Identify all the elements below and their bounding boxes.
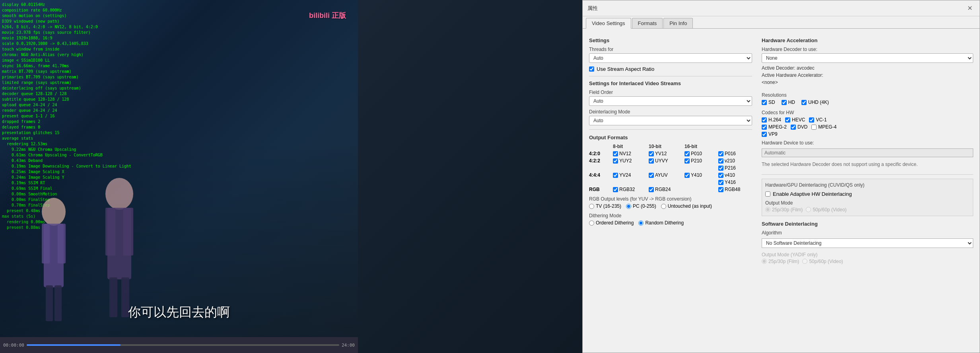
random-dithering-radio: Random Dithering <box>638 220 684 226</box>
deinterlacing-mode-select[interactable]: Auto <box>589 116 752 125</box>
format-uyvy: UYVY <box>649 158 684 164</box>
uhd-checkbox-row: UHD (4K) <box>801 99 829 105</box>
hw-device-label: Hardware Device to use: <box>762 140 973 146</box>
stream-aspect-checkbox[interactable] <box>589 66 594 72</box>
format-y410: Y410 <box>684 172 718 178</box>
format-rgb48: RGB48 <box>718 187 752 192</box>
h264-checkbox[interactable] <box>762 117 767 123</box>
tab-bar: Video Settings Formats Pin Info <box>583 16 980 29</box>
svg-rect-10 <box>46 285 53 321</box>
rgb-tv-radio: TV (16-235) <box>589 203 621 209</box>
y410-checkbox[interactable] <box>684 173 690 178</box>
format-y416: Y416 <box>718 179 752 185</box>
vc1-checkbox[interactable] <box>809 117 814 123</box>
p010-checkbox[interactable] <box>684 151 690 156</box>
dialog-close-button[interactable]: ✕ <box>965 4 975 13</box>
mpeg4-checkbox[interactable] <box>811 125 817 130</box>
subtitle-text: 你可以先回去的啊 <box>128 304 230 321</box>
hevc-codec: HEVC <box>785 117 805 123</box>
p016-checkbox[interactable] <box>718 151 723 156</box>
field-order-select[interactable]: Auto <box>589 96 752 106</box>
uhd-checkbox[interactable] <box>801 100 807 105</box>
tab-pin-info[interactable]: Pin Info <box>663 18 693 28</box>
col-16bit-header: 16-bit <box>684 144 752 149</box>
yv24-checkbox[interactable] <box>613 173 618 178</box>
svg-rect-4 <box>109 277 117 317</box>
sd-checkbox-row: SD <box>762 99 775 105</box>
format-444-label: 4:4:4 <box>589 172 613 178</box>
format-420-label: 4:2:0 <box>589 151 613 156</box>
resolutions-label: Resolutions <box>762 92 829 98</box>
hd-checkbox[interactable] <box>782 100 787 105</box>
uyvy-checkbox[interactable] <box>649 158 654 164</box>
tab-video-settings[interactable]: Video Settings <box>586 18 631 29</box>
dialog-content: Settings Threads for Auto Use Stream Asp… <box>583 29 980 353</box>
format-v410: v410 <box>718 172 752 178</box>
hevc-checkbox[interactable] <box>785 117 790 123</box>
enable-adaptive-checkbox[interactable] <box>765 191 770 197</box>
properties-dialog: 属性 ✕ Video Settings Formats Pin Info Set… <box>582 0 980 353</box>
sw-deint-header: Software Deinterlacing <box>762 221 973 227</box>
hw-25-30-radio: 25p/30p (Film) <box>765 207 803 213</box>
col-10bit-header: 10-bit <box>649 144 684 149</box>
sw-25-30-radio: 25p/30p (Film) <box>762 259 799 264</box>
enable-adaptive-hw-row: Enable Adaptive HW Deinterlacing <box>765 191 970 197</box>
interlaced-section-header: Settings for Interlaced Video Streams <box>589 80 752 86</box>
hw-deint-title: Hardware/GPU Deinterlacing (CUVID/QS onl… <box>765 182 970 188</box>
hd-checkbox-row: HD <box>782 99 795 105</box>
svg-point-0 <box>105 178 133 210</box>
algorithm-select[interactable]: No Software Deinterlacing <box>762 238 973 248</box>
threads-label: Threads for <box>589 47 752 52</box>
hw-decoder-select[interactable]: None <box>762 53 973 63</box>
format-yv12: YV12 <box>649 151 684 156</box>
format-p010: P010 <box>684 151 718 156</box>
threads-select[interactable]: Auto <box>589 53 752 63</box>
deinterlacing-mode-label: Deinterlacing Mode <box>589 109 752 115</box>
sd-checkbox[interactable] <box>762 100 767 105</box>
yv12-checkbox[interactable] <box>649 151 654 156</box>
rgb48-checkbox[interactable] <box>718 187 723 192</box>
hw-device-input <box>762 148 973 157</box>
video-panel: display 60.01154Hz composition rate 60.0… <box>0 0 358 353</box>
format-p210: P210 <box>684 158 718 164</box>
y416-checkbox[interactable] <box>718 180 723 185</box>
stream-aspect-ratio-row: Use Stream Aspect Ratio <box>589 66 752 72</box>
hw-output-mode-row: 25p/30p (Film) 50p/60p (Video) <box>765 207 970 213</box>
active-hw-accel-value: <none> <box>762 80 973 85</box>
rgb32-checkbox[interactable] <box>613 187 618 192</box>
codecs-hw-label: Codecs for HW <box>762 110 973 115</box>
format-rgb32: RGB32 <box>613 187 649 192</box>
dialog-titlebar: 属性 ✕ <box>583 0 980 16</box>
sw-deint-section: Software Deinterlacing Algorithm No Soft… <box>762 221 973 264</box>
svg-rect-8 <box>42 224 50 263</box>
format-ayuv: AYUV <box>649 172 684 178</box>
vp9-checkbox[interactable] <box>762 132 767 137</box>
vp9-codec: VP9 <box>762 131 778 137</box>
col-8bit-header: 8-bit <box>613 144 649 149</box>
ayuv-checkbox[interactable] <box>649 173 654 178</box>
dvd-codec: DVD <box>791 124 807 130</box>
nv12-checkbox[interactable] <box>613 151 618 156</box>
dvd-checkbox[interactable] <box>791 125 796 130</box>
svg-rect-3 <box>123 208 133 255</box>
svg-rect-2 <box>105 208 115 255</box>
yuy2-checkbox[interactable] <box>613 158 618 164</box>
rgb-levels-label: RGB Output levels (for YUV -> RGB conver… <box>589 196 752 202</box>
field-order-label: Field Order <box>589 90 752 95</box>
mpeg2-checkbox[interactable] <box>762 125 767 130</box>
format-422-label: 4:2:2 <box>589 158 613 164</box>
output-formats-header: Output Formats <box>589 135 752 140</box>
right-column: Hardware Acceleration Hardware Decoder t… <box>762 33 973 264</box>
rgb-untouched-radio: Untouched (as input) <box>661 203 712 209</box>
tab-formats[interactable]: Formats <box>632 18 663 28</box>
hw-info-msg: The selected Hardware Decoder does not s… <box>762 161 973 168</box>
rgb24-checkbox[interactable] <box>649 187 654 192</box>
v210-checkbox[interactable] <box>718 158 723 164</box>
p216-checkbox[interactable] <box>718 166 723 171</box>
svg-rect-11 <box>54 285 62 321</box>
mpeg2-codec: MPEG-2 <box>762 124 787 130</box>
sw-output-mode-label: Output Mode (YADIF only) <box>762 252 973 257</box>
active-hw-accel-info: Active Hardware Accelerator: <box>762 72 973 78</box>
v410-checkbox[interactable] <box>718 173 723 178</box>
p210-checkbox[interactable] <box>684 158 690 164</box>
